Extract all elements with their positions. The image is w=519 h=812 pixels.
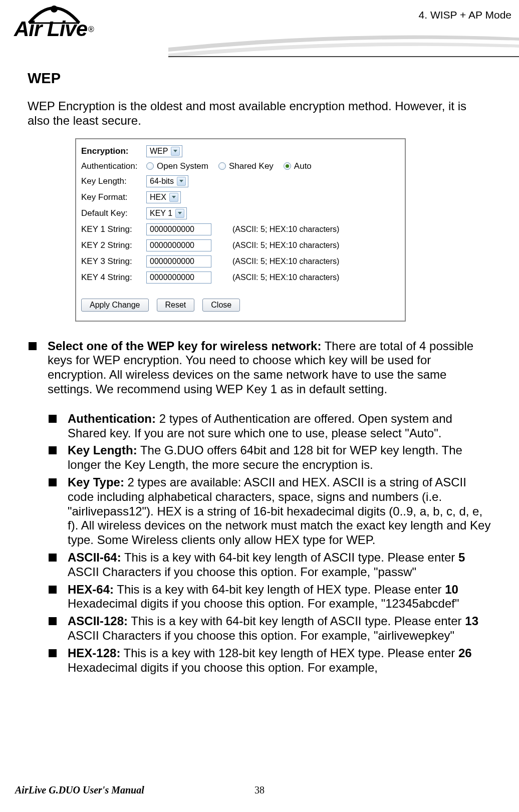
square-bullet-icon xyxy=(49,415,57,423)
key4-input[interactable] xyxy=(146,272,211,284)
list-item: Select one of the WEP key for wireless n… xyxy=(29,339,491,397)
auth-radio-open[interactable]: Open System xyxy=(146,161,208,171)
keyfmt-select[interactable]: HEX xyxy=(146,191,181,203)
apply-button[interactable]: Apply Change xyxy=(81,299,149,312)
bullet-list: Select one of the WEP key for wireless n… xyxy=(28,339,491,675)
key4-hint: (ASCII: 5; HEX:10 characters) xyxy=(232,273,339,282)
wep-config-panel: Encryption: WEP Authentication: Open Sys… xyxy=(75,138,406,322)
svg-point-0 xyxy=(51,6,58,13)
list-item: Authentication: 2 types of Authenticatio… xyxy=(49,412,491,441)
square-bullet-icon xyxy=(49,617,57,625)
list-item: HEX-128: This is a key with 128-bit key … xyxy=(49,646,491,675)
chevron-down-icon xyxy=(169,193,178,202)
key4-label: KEY 4 String: xyxy=(81,273,146,283)
list-item: HEX-64: This is a key with 64-bit key le… xyxy=(49,583,491,612)
chevron-down-icon xyxy=(175,209,184,218)
key1-label: KEY 1 String: xyxy=(81,224,146,234)
auth-radio-shared[interactable]: Shared Key xyxy=(218,161,274,171)
close-button[interactable]: Close xyxy=(202,299,240,312)
key3-hint: (ASCII: 5; HEX:10 characters) xyxy=(232,257,339,266)
header-swoosh xyxy=(168,33,519,58)
brand-prefix: Air xyxy=(14,17,42,41)
breadcrumb: 4. WISP + AP Mode xyxy=(419,9,511,21)
intro-paragraph: WEP Encryption is the oldest and most av… xyxy=(28,99,491,128)
square-bullet-icon xyxy=(49,554,57,562)
list-item: ASCII-64: This is a key with 64-bit key … xyxy=(49,551,491,580)
page-header: Air Live® 4. WISP + AP Mode xyxy=(0,0,519,58)
brand-logo: Air Live® xyxy=(14,5,154,29)
footer-manual-title: AirLive G.DUO User's Manual xyxy=(15,784,144,796)
square-bullet-icon xyxy=(49,649,57,657)
keylen-value: 64-bits xyxy=(150,177,174,186)
registered-icon: ® xyxy=(88,25,94,34)
list-item: ASCII-128: This is a key with 64-bit key… xyxy=(49,614,491,643)
key2-input[interactable] xyxy=(146,239,211,251)
encryption-value: WEP xyxy=(150,147,168,156)
content-area: WEP WEP Encryption is the oldest and mos… xyxy=(0,58,519,675)
key2-hint: (ASCII: 5; HEX:10 characters) xyxy=(232,241,339,250)
reset-button[interactable]: Reset xyxy=(157,299,195,312)
defkey-value: KEY 1 xyxy=(150,209,172,218)
page-footer: AirLive G.DUO User's Manual 38 xyxy=(0,784,519,796)
key1-input[interactable] xyxy=(146,223,211,235)
section-title: WEP xyxy=(28,70,491,87)
nested-bullet-list: Authentication: 2 types of Authenticatio… xyxy=(29,412,491,675)
defkey-select[interactable]: KEY 1 xyxy=(146,207,187,219)
encryption-label: Encryption: xyxy=(81,146,146,156)
auth-radio-auto[interactable]: Auto xyxy=(284,161,312,171)
radio-icon xyxy=(218,162,226,170)
key1-hint: (ASCII: 5; HEX:10 characters) xyxy=(232,225,339,234)
list-item: Key Length: The G.DUO offers 64bit and 1… xyxy=(49,443,491,472)
keylen-select[interactable]: 64-bits xyxy=(146,175,188,187)
radio-icon xyxy=(284,162,291,170)
auth-label: Authentication: xyxy=(81,161,146,171)
footer-page-number: 38 xyxy=(254,784,265,796)
list-item: Key Type: 2 types are available: ASCII a… xyxy=(49,475,491,548)
encryption-select[interactable]: WEP xyxy=(146,145,182,157)
defkey-label: Default Key: xyxy=(81,208,146,218)
key3-input[interactable] xyxy=(146,255,211,267)
radio-icon xyxy=(146,162,154,170)
brand-suffix: Live xyxy=(47,17,87,41)
square-bullet-icon xyxy=(49,446,57,454)
chevron-down-icon xyxy=(177,177,186,186)
keyfmt-value: HEX xyxy=(150,193,166,202)
square-bullet-icon xyxy=(49,586,57,594)
chevron-down-icon xyxy=(171,147,180,156)
keylen-label: Key Length: xyxy=(81,176,146,186)
keyfmt-label: Key Format: xyxy=(81,192,146,202)
square-bullet-icon xyxy=(29,342,37,350)
key3-label: KEY 3 String: xyxy=(81,256,146,266)
key2-label: KEY 2 String: xyxy=(81,240,146,250)
square-bullet-icon xyxy=(49,478,57,486)
